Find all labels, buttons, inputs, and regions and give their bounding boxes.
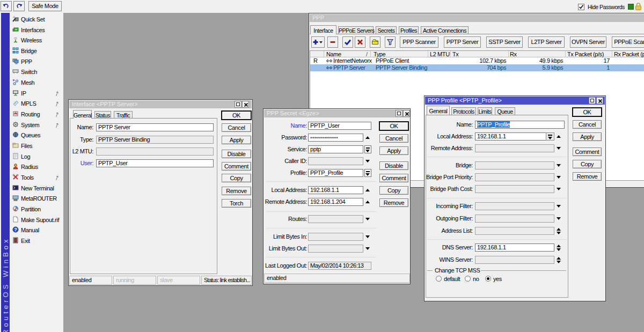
svg-text:?: ? — [14, 227, 17, 232]
